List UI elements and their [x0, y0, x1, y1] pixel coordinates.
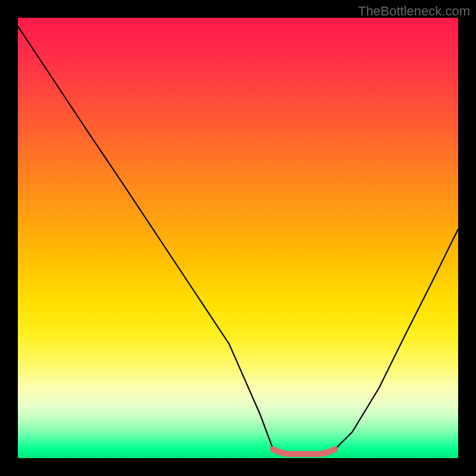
curve-layer: [18, 18, 458, 458]
bottleneck-curve: [18, 26, 458, 454]
watermark-text: TheBottleneck.com: [358, 4, 470, 19]
plot-area: [18, 18, 458, 458]
optimal-range-marker: [273, 449, 335, 454]
